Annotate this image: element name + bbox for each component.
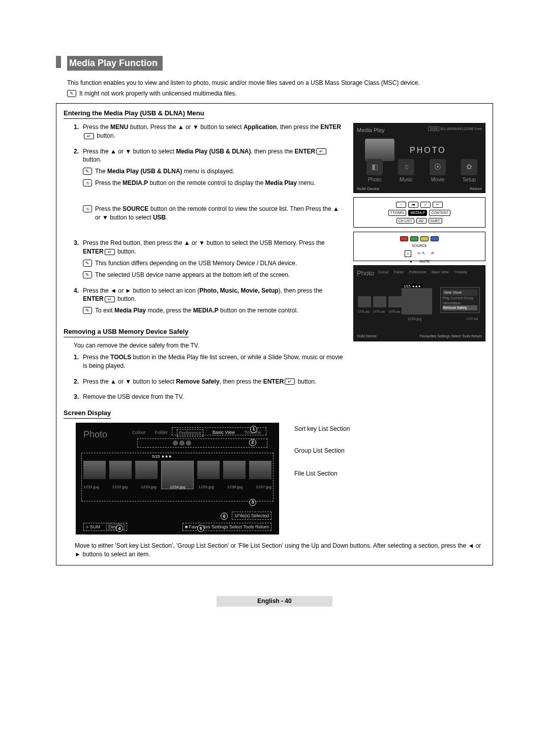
step4-text: Press the ◄ or ► button to select an ico… [83,287,322,303]
photo-thumbnail[interactable] [373,296,386,307]
section1-title: Entering the Media Play (USB & DLNA) Men… [64,109,204,119]
movie-icon[interactable]: ⦿ [430,159,446,175]
step3-text: Press the Red button, then press the ▲ o… [83,239,325,255]
note-icon: ✎ [83,307,92,314]
header-accent [56,56,61,68]
screenshot-photo-list: Photo Colour Folder Preference Basic Vie… [353,265,485,341]
remote-buttons-panel-1: − ⏮ ✓ ↩ TTX/MIX MEDIA.P CONTENT CH LIST … [353,197,485,228]
enter-icon: ↵ [84,133,94,139]
remote-btn[interactable]: ⏮ [408,202,418,208]
step1-text: Press the MENU button. Press the ▲ or ▼ … [83,123,341,139]
mute-icon[interactable]: ◄ [409,259,413,264]
file-thumb[interactable] [83,461,106,479]
remote-plus[interactable]: + [405,250,411,257]
screenshot-media-play-menu: Media Play SUM 851.86MB/993.02MB Free PH… [353,123,485,193]
file-thumb[interactable] [223,461,246,479]
photo-thumbnail[interactable] [358,296,371,307]
remote-ttxmix[interactable]: TTX/MIX [388,210,407,216]
rstep-2: 2. [74,377,79,386]
shortcut-icon: ⎋ [83,205,92,212]
intro-note: It might not work properly with unlicens… [79,89,236,98]
enter-icon: ↵ [105,296,115,302]
note-icon: ✎ [67,90,76,97]
step-number-1: 1. [74,123,79,132]
step-number-3: 3. [74,239,79,247]
enter-icon: ↵ [316,148,326,154]
photo-thumbnail[interactable] [388,296,402,307]
file-thumb[interactable] [197,461,220,479]
yellow-button[interactable] [420,236,429,241]
callout-2: 2 [249,439,256,446]
context-menu: Slide Show Play Current Group Informatio… [440,287,480,313]
shortcut-icon: ⎋ [83,179,92,186]
remote-subt[interactable]: SUBT. [429,218,443,224]
section3-title: Screen Display [64,408,111,419]
note-icon: ✎ [83,271,92,278]
section2-intro: You can remove the device safely from th… [74,341,344,350]
callout-6: 6 [221,513,228,520]
camera-icon [365,139,394,161]
page-footer: English - 40 [217,596,332,607]
remote-content[interactable]: CONTENT [429,210,450,216]
note-icon: ✎ [83,260,92,267]
remote-btn[interactable]: ↩ [433,202,443,208]
callout-5: 5 [197,525,204,532]
remote-mediap[interactable]: MEDIA.P [408,210,427,216]
remote-ad[interactable]: AD [416,218,426,224]
rstep-3: 3. [74,393,79,401]
intro-text: This function enables you to view and li… [67,79,493,87]
note-icon: ✎ [83,168,92,175]
step2-text: Press the ▲ or ▼ button to select Media … [83,148,327,164]
remote-btn[interactable]: ✓ [420,202,431,208]
photo-thumbnail-large[interactable] [402,288,432,314]
rstep-1: 1. [74,353,79,362]
remote-buttons-panel-2: SOURCE + ⇦ ↖ P ◄ MUTE [353,232,485,261]
files-selected-badge: 1File(s) Selected [232,512,271,520]
section2-title: Removing a USB Memory Device Safely [64,327,189,337]
file-thumb[interactable] [109,461,132,479]
enter-icon: ↵ [105,249,115,255]
enter-icon: ↵ [285,379,295,385]
callout-4: 4 [116,525,123,532]
music-icon[interactable]: ♫ [398,159,414,175]
step-number-2: 2. [74,147,79,156]
page-title: Media Play Function [67,56,163,71]
screen-display-screenshot: Photo Colour Folder Preference Basic Vie… [76,423,279,534]
screen-display-labels: Sort key List Section Group List Section… [294,423,350,534]
section-entering-media-play: Entering the Media Play (USB & DLNA) Men… [56,103,493,565]
callout-1: 1 [250,426,257,433]
blue-button[interactable] [431,236,439,241]
photo-icon[interactable]: ◧ [367,159,383,175]
remote-chlist[interactable]: CH LIST [396,218,414,224]
callout-3: 3 [249,499,256,506]
step-number-4: 4. [74,287,79,295]
file-thumb[interactable] [249,461,271,479]
screen-display-instruction: Move to either 'Sort key List Section', … [75,542,485,559]
setup-icon[interactable]: ✿ [461,159,477,175]
source-icon-arrow: ⇦ ↖ [417,250,425,257]
dashed-group-section [137,438,267,448]
file-thumb[interactable] [135,461,158,479]
red-button[interactable] [400,236,408,241]
green-button[interactable] [410,236,418,241]
remote-btn[interactable]: − [396,202,406,208]
